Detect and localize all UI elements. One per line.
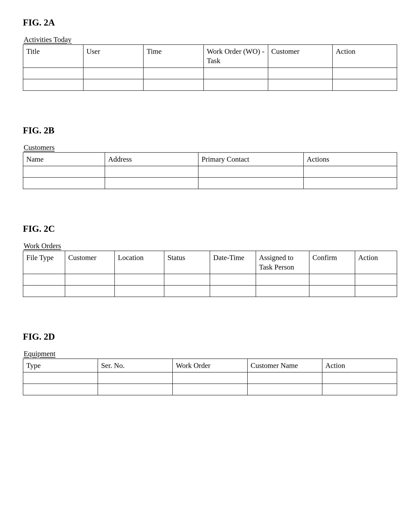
col-action: Action [355, 251, 397, 274]
col-ser-no: Ser. No. [98, 359, 173, 372]
table-row [23, 384, 397, 395]
cell [204, 79, 268, 91]
col-actions: Actions [303, 153, 397, 166]
col-status: Status [164, 251, 210, 274]
cell [105, 166, 198, 178]
cell [322, 372, 397, 384]
cell [309, 285, 355, 297]
cell [333, 79, 397, 91]
cell [256, 285, 309, 297]
cell [115, 285, 164, 297]
cell [98, 372, 173, 384]
figure-2c: FIG. 2C Work Orders File Type Customer L… [23, 223, 397, 297]
col-title: Title [23, 45, 83, 68]
table-row [23, 285, 397, 297]
figure-label: FIG. 2A [23, 17, 397, 28]
table-header-row: Type Ser. No. Work Order Customer Name A… [23, 359, 397, 372]
col-work-order: Work Order [173, 359, 247, 372]
cell [23, 372, 98, 384]
cell [322, 384, 397, 395]
table-row [23, 274, 397, 285]
table-header-row: Name Address Primary Contact Actions [23, 153, 397, 166]
cell [143, 79, 204, 91]
cell [303, 178, 397, 189]
col-confirm: Confirm [309, 251, 355, 274]
cell [164, 274, 210, 285]
cell [198, 178, 303, 189]
cell [333, 68, 397, 79]
table-row [23, 372, 397, 384]
cell [256, 274, 309, 285]
cell [65, 274, 115, 285]
figure-label: FIG. 2D [23, 331, 397, 342]
cell [268, 79, 333, 91]
figure-label: FIG. 2C [23, 223, 397, 234]
equipment-table: Type Ser. No. Work Order Customer Name A… [23, 359, 397, 395]
cell [247, 384, 322, 395]
table-row [23, 166, 397, 178]
cell [164, 285, 210, 297]
cell [23, 79, 83, 91]
cell [309, 274, 355, 285]
cell [23, 285, 65, 297]
customers-table: Name Address Primary Contact Actions [23, 152, 397, 189]
cell [23, 274, 65, 285]
col-work-order-task: Work Order (WO) - Task [204, 45, 268, 68]
col-type: Type [23, 359, 98, 372]
col-customer: Customer [268, 45, 333, 68]
col-assigned-to-task-person: Assigned to Task Person [256, 251, 309, 274]
cell [23, 384, 98, 395]
table-row [23, 68, 397, 79]
cell [268, 68, 333, 79]
cell [355, 285, 397, 297]
cell [65, 285, 115, 297]
col-date-time: Date-Time [210, 251, 256, 274]
col-location: Location [115, 251, 164, 274]
cell [303, 166, 397, 178]
col-time: Time [143, 45, 204, 68]
table-header-row: File Type Customer Location Status Date-… [23, 251, 397, 274]
table-title: Customers [24, 143, 397, 152]
col-action: Action [333, 45, 397, 68]
figure-2a: FIG. 2A Activities Today Title User Time… [23, 17, 397, 91]
activities-today-table: Title User Time Work Order (WO) - Task C… [23, 44, 397, 91]
table-header-row: Title User Time Work Order (WO) - Task C… [23, 45, 397, 68]
cell [143, 68, 204, 79]
cell [173, 372, 247, 384]
col-customer-name: Customer Name [247, 359, 322, 372]
cell [23, 166, 105, 178]
table-row [23, 79, 397, 91]
col-address: Address [105, 153, 198, 166]
cell [173, 384, 247, 395]
col-customer: Customer [65, 251, 115, 274]
col-action: Action [322, 359, 397, 372]
cell [23, 68, 83, 79]
col-name: Name [23, 153, 105, 166]
cell [83, 68, 144, 79]
figure-label: FIG. 2B [23, 125, 397, 135]
col-primary-contact: Primary Contact [198, 153, 303, 166]
cell [98, 384, 173, 395]
cell [198, 166, 303, 178]
cell [23, 178, 105, 189]
cell [210, 274, 256, 285]
cell [83, 79, 144, 91]
table-row [23, 178, 397, 189]
work-orders-table: File Type Customer Location Status Date-… [23, 251, 397, 297]
table-title: Equipment [24, 349, 397, 358]
cell [210, 285, 256, 297]
table-title: Work Orders [24, 241, 397, 250]
cell [204, 68, 268, 79]
cell [115, 274, 164, 285]
figure-2b: FIG. 2B Customers Name Address Primary C… [23, 125, 397, 189]
figure-2d: FIG. 2D Equipment Type Ser. No. Work Ord… [23, 331, 397, 395]
cell [105, 178, 198, 189]
cell [355, 274, 397, 285]
table-title: Activities Today [24, 35, 397, 44]
cell [247, 372, 322, 384]
col-user: User [83, 45, 144, 68]
col-file-type: File Type [23, 251, 65, 274]
